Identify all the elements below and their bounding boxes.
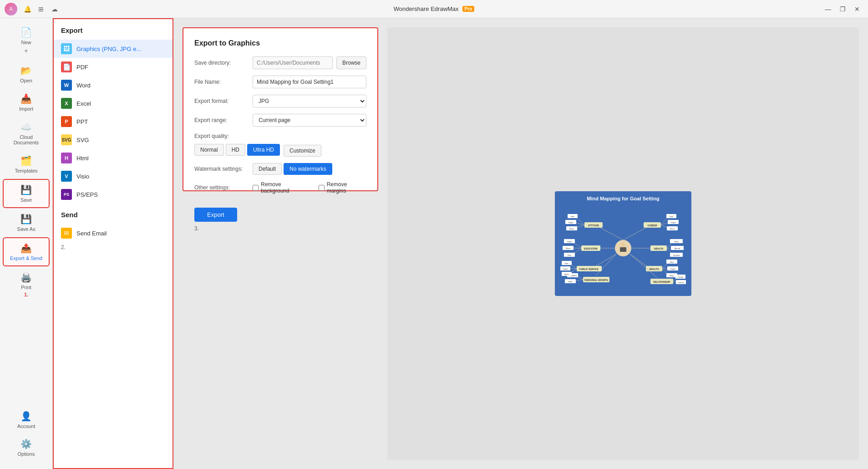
export-range-row: Export range: Current page All pages Sel… bbox=[194, 114, 366, 127]
sidebar-item-save[interactable]: 💾 Save bbox=[3, 179, 50, 208]
export-panel-step: 2. bbox=[54, 242, 173, 252]
quality-group: Normal HD Ultra HD Customize bbox=[194, 143, 321, 157]
export-dialog: Export to Graphics Save directory: Brows… bbox=[183, 27, 378, 191]
sidebar-item-saveas[interactable]: 💾 Save As bbox=[3, 209, 50, 236]
sidebar-item-templates[interactable]: 🗂️ Templates bbox=[3, 151, 50, 178]
save-directory-input[interactable] bbox=[253, 56, 333, 69]
svg-icon: SVG bbox=[61, 134, 72, 145]
sidebar-item-open[interactable]: 📂 Open bbox=[3, 61, 50, 88]
export-item-pseps[interactable]: PS PS/EPS bbox=[54, 185, 173, 204]
export-item-graphics[interactable]: 🖼 Graphics (PNG, JPG e... bbox=[54, 40, 173, 58]
graphics-icon: 🖼 bbox=[61, 43, 72, 54]
quality-hd-button[interactable]: HD bbox=[226, 144, 245, 156]
remove-background-item[interactable]: Remove background bbox=[253, 181, 310, 194]
options-label: Options bbox=[18, 451, 35, 457]
import-label: Import bbox=[19, 106, 33, 112]
email-icon: ✉ bbox=[61, 228, 72, 239]
export-format-select[interactable]: JPG PNG BMP GIF TIFF bbox=[253, 95, 366, 107]
templates-icon: 🗂️ bbox=[20, 155, 32, 166]
customize-button[interactable]: Customize bbox=[284, 145, 321, 157]
svg-text:Target: Target bbox=[563, 268, 568, 270]
svg-text:When: When bbox=[566, 247, 570, 250]
export-range-select[interactable]: Current page All pages Selected objects bbox=[253, 114, 366, 127]
new-plus: + bbox=[24, 47, 28, 55]
excel-icon: X bbox=[61, 98, 72, 109]
watermark-group: Default No watermarks bbox=[253, 163, 332, 175]
export-icon: 📤 bbox=[20, 243, 32, 254]
remove-margins-checkbox[interactable] bbox=[319, 185, 325, 191]
sidebar-item-account[interactable]: 👤 Account bbox=[3, 406, 50, 433]
minimize-button[interactable]: — bbox=[822, 3, 834, 15]
export-label: Export & Send bbox=[10, 255, 42, 261]
notifications-icon[interactable]: 🔔 bbox=[21, 3, 34, 15]
browse-button[interactable]: Browse bbox=[336, 56, 366, 69]
quality-normal-button[interactable]: Normal bbox=[194, 144, 224, 156]
new-icon: 📄 bbox=[20, 27, 32, 38]
export-quality-label: Export quality: bbox=[194, 133, 249, 139]
svg-text:Friends: Friends bbox=[678, 281, 684, 284]
remove-margins-item[interactable]: Remove margins bbox=[319, 181, 366, 194]
title-bar: A 🔔 ⊞ ☁ Wondershare EdrawMax Pro — ❐ ✕ bbox=[0, 0, 868, 18]
export-quality-row: Export quality: Normal HD Ultra HD Custo… bbox=[194, 133, 366, 157]
export-item-pdf[interactable]: 📄 PDF bbox=[54, 58, 173, 76]
export-item-ppt[interactable]: P PPT bbox=[54, 112, 173, 131]
svg-text:New: New bbox=[565, 262, 569, 265]
svg-text:WEALTH: WEALTH bbox=[649, 268, 659, 270]
export-item-visio[interactable]: V Visio bbox=[54, 167, 173, 185]
cloud-docs-icon: ☁️ bbox=[20, 122, 32, 133]
pro-badge: Pro bbox=[462, 6, 475, 12]
export-item-excel[interactable]: X Excel bbox=[54, 94, 173, 112]
sidebar-item-new[interactable]: 📄 New + bbox=[3, 22, 50, 60]
sidebar-item-import[interactable]: 📥 Import bbox=[3, 89, 50, 116]
close-button[interactable]: ✕ bbox=[851, 3, 863, 15]
export-item-html[interactable]: H Html bbox=[54, 149, 173, 167]
sidebar-item-cloud[interactable]: ☁️ Cloud Documents bbox=[3, 117, 50, 150]
remove-background-checkbox[interactable] bbox=[253, 185, 259, 191]
sidebar: 📄 New + 📂 Open 📥 Import ☁️ Cloud Documen… bbox=[0, 18, 53, 469]
share-icon[interactable]: ⊞ bbox=[35, 3, 47, 15]
sidebar-item-export[interactable]: 📤 Export & Send bbox=[3, 237, 50, 266]
svg-text:Target: Target bbox=[568, 221, 574, 224]
export-button[interactable]: Export bbox=[194, 208, 237, 222]
svg-text:Target: Target bbox=[567, 240, 572, 243]
html-label: Html bbox=[76, 155, 89, 162]
other-settings-label: Other settings: bbox=[194, 184, 249, 191]
svg-text:CAREER: CAREER bbox=[647, 224, 657, 227]
send-section-title: Send bbox=[54, 211, 173, 224]
svg-text:EDUCATION: EDUCATION bbox=[584, 247, 598, 250]
export-item-word[interactable]: W Word bbox=[54, 76, 173, 94]
window-controls: — ❐ ✕ bbox=[822, 3, 863, 15]
export-panel: Export 🖼 Graphics (PNG, JPG e... 📄 PDF W… bbox=[53, 18, 173, 469]
email-label: Send Email bbox=[76, 230, 107, 237]
watermark-default-button[interactable]: Default bbox=[253, 163, 282, 175]
cloud-icon[interactable]: ☁ bbox=[48, 3, 61, 15]
options-icon: ⚙️ bbox=[20, 438, 32, 449]
watermark-label: Watermark settings: bbox=[194, 166, 249, 172]
sidebar-item-options[interactable]: ⚙️ Options bbox=[3, 434, 50, 461]
preview-container: Mind Mapping for Goal Setting YOU ATTITU… bbox=[543, 155, 703, 332]
pseps-label: PS/EPS bbox=[76, 191, 98, 198]
maximize-button[interactable]: ❐ bbox=[836, 3, 849, 15]
ppt-label: PPT bbox=[76, 118, 88, 125]
saveas-label: Save As bbox=[17, 226, 35, 232]
watermark-none-button[interactable]: No watermarks bbox=[284, 163, 332, 175]
html-icon: H bbox=[61, 153, 72, 163]
svg-text:Skills: Skills bbox=[568, 280, 572, 283]
sidebar-item-print[interactable]: 🖨️ Print 1. bbox=[3, 267, 50, 302]
remove-background-label: Remove background bbox=[261, 181, 310, 194]
open-icon: 📂 bbox=[20, 65, 32, 76]
svg-text:HEALTH: HEALTH bbox=[654, 247, 663, 250]
watermark-settings-row: Watermark settings: Default No watermark… bbox=[194, 163, 366, 175]
save-icon: 💾 bbox=[20, 184, 32, 195]
svg-text:Mental: Mental bbox=[675, 247, 680, 250]
send-item-email[interactable]: ✉ Send Email bbox=[54, 224, 173, 242]
svg-text:RELATIONSHIP: RELATIONSHIP bbox=[654, 280, 671, 283]
export-item-svg[interactable]: SVG SVG bbox=[54, 131, 173, 149]
svg-text:When: When bbox=[670, 275, 674, 277]
new-left: 📄 New bbox=[20, 27, 32, 45]
file-name-input[interactable] bbox=[253, 76, 366, 88]
svg-text:When: When bbox=[670, 228, 675, 230]
saveas-icon: 💾 bbox=[20, 214, 32, 224]
quality-ultrahd-button[interactable]: Ultra HD bbox=[247, 144, 280, 156]
svg-text:Target: Target bbox=[670, 221, 676, 224]
